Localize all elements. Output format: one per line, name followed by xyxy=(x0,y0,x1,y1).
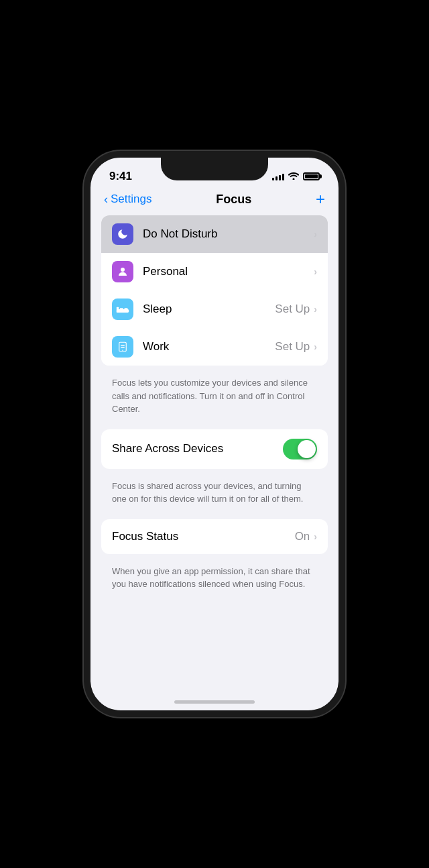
svg-rect-3 xyxy=(120,308,123,310)
share-across-devices-toggle[interactable] xyxy=(283,439,317,459)
chevron-icon: › xyxy=(314,229,317,239)
share-across-devices-section: Share Across Devices xyxy=(101,429,328,469)
share-across-devices-label: Share Across Devices xyxy=(112,442,283,455)
work-label: Work xyxy=(143,340,275,354)
home-indicator xyxy=(174,700,255,704)
list-item-work[interactable]: Work Set Up › xyxy=(101,328,328,366)
chevron-icon: › xyxy=(314,531,317,542)
svg-point-8 xyxy=(122,350,123,351)
back-label: Settings xyxy=(111,193,151,206)
nav-bar: ‹ Settings Focus + xyxy=(90,191,339,215)
status-time: 9:41 xyxy=(109,170,132,183)
work-icon xyxy=(112,336,133,358)
back-chevron-icon: ‹ xyxy=(104,193,108,207)
battery-icon xyxy=(303,172,320,180)
focus-status-row[interactable]: Focus Status On › xyxy=(101,519,328,554)
notch xyxy=(161,158,268,180)
moon-icon xyxy=(112,223,133,245)
list-item-personal[interactable]: Personal › xyxy=(101,253,328,290)
list-item-sleep[interactable]: Sleep Set Up › xyxy=(101,290,328,328)
work-value: Set Up xyxy=(275,340,310,354)
list-item-do-not-disturb[interactable]: Do Not Disturb › xyxy=(101,215,328,253)
focus-status-section: Focus Status On › xyxy=(101,519,328,554)
svg-rect-4 xyxy=(125,308,128,310)
back-button[interactable]: ‹ Settings xyxy=(104,193,151,207)
bed-icon xyxy=(112,299,133,320)
person-icon xyxy=(112,261,133,282)
svg-point-0 xyxy=(121,268,125,272)
phone-frame: 9:41 ‹ Settings xyxy=(84,151,345,717)
svg-rect-7 xyxy=(121,347,125,348)
add-button[interactable]: + xyxy=(316,191,325,207)
focus-description: Focus lets you customize your devices an… xyxy=(101,371,328,429)
focus-status-description: When you give an app permission, it can … xyxy=(101,559,328,604)
focus-status-label: Focus Status xyxy=(112,530,295,543)
signal-icon xyxy=(272,172,284,180)
svg-rect-6 xyxy=(121,345,125,346)
share-across-devices-row: Share Across Devices xyxy=(101,429,328,469)
status-icons xyxy=(272,172,320,182)
toggle-knob xyxy=(298,440,316,458)
do-not-disturb-label: Do Not Disturb xyxy=(143,227,314,241)
chevron-icon: › xyxy=(314,266,317,277)
svg-rect-2 xyxy=(117,307,119,313)
content: Do Not Disturb › Personal › xyxy=(90,215,339,694)
personal-label: Personal xyxy=(143,265,314,278)
share-description: Focus is shared across your devices, and… xyxy=(101,474,328,519)
sleep-value: Set Up xyxy=(275,303,310,316)
chevron-icon: › xyxy=(314,341,317,352)
focus-list: Do Not Disturb › Personal › xyxy=(101,215,328,366)
focus-status-value: On xyxy=(295,530,310,543)
chevron-icon: › xyxy=(314,304,317,315)
wifi-icon xyxy=(288,172,299,182)
sleep-label: Sleep xyxy=(143,303,275,316)
page-title: Focus xyxy=(216,193,251,207)
